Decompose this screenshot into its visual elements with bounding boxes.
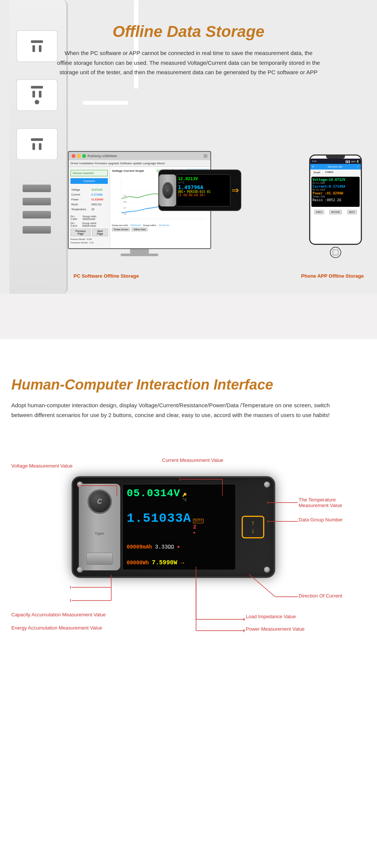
current-label: Current <box>71 193 90 197</box>
direction-indicator: ↑ ↓ <box>242 516 264 538</box>
offline-storage-section: Offline Data Storage When the PC softwar… <box>0 0 377 339</box>
svg-text:0.6: 0.6 <box>124 213 127 215</box>
group-number: 2 <box>193 524 204 530</box>
connect-button[interactable]: Connect <box>70 178 108 184</box>
phone-btn-prev[interactable]: PREV <box>314 210 324 214</box>
temp-row: Temperature 26 <box>71 207 107 211</box>
power-annotation-label: Power Measurement Value <box>246 626 305 632</box>
pc-storage-label: PC Software Offline Storage <box>74 273 139 279</box>
offline-scene-bg: Offline Data Storage When the PC softwar… <box>0 0 377 294</box>
prev-page-btn[interactable]: Previous Page <box>70 229 90 236</box>
outlet-3 <box>16 128 58 160</box>
power-value: 01.8296W <box>91 197 107 202</box>
next-page-btn[interactable]: Next Page <box>92 229 108 236</box>
arrow-icon-small: ⇒ <box>231 186 239 195</box>
usb-port-3 <box>23 211 51 219</box>
svg-text:0.8: 0.8 <box>124 201 127 203</box>
phone-tabs: Smart Collect <box>310 170 361 176</box>
voltage-label: Voltage <box>71 188 90 192</box>
page-buttons: Previous Page Next Page <box>70 229 108 236</box>
power-row: Power 01.8296W <box>71 197 107 202</box>
small-device: C 12.0213V ≈/°C 1.49796A DBC• PERIOD:01S… <box>158 170 241 211</box>
svg-text:0.7: 0.7 <box>124 207 127 209</box>
win-max <box>82 154 86 158</box>
type-c-text: C <box>97 498 102 506</box>
usb-port-4 <box>23 226 51 234</box>
phone-container: 9:41 ▌▌▌ WiFi 🔋 ≡ Service list ⋮ Smart C… <box>309 154 362 258</box>
device-status: Device inserted <box>70 170 108 176</box>
small-info-1: DBC• PERIOD:01S 01 <box>178 190 228 194</box>
phone-tab-collect[interactable]: Collect <box>323 170 335 174</box>
phone-power-sub: Temp:2ds <box>313 195 359 198</box>
energy-annotation-label: Energy Accumulation Measurement Value <box>11 625 102 631</box>
hci-description: Adopt human-computer interaction design,… <box>11 400 332 420</box>
phone-tab-smart[interactable]: Smart <box>311 170 323 174</box>
current-value: 0.17148A <box>91 193 107 197</box>
screw-bottom-right <box>264 567 270 573</box>
monitor-titlebar: RuiDeng USBMeter <box>69 152 210 160</box>
phone-menu-icon[interactable]: ≡ <box>312 165 314 168</box>
monitor-base <box>121 254 158 256</box>
capacity-annotation-label: Capacity Accumulation Measurement Value <box>11 612 106 617</box>
rotate-screen-btn[interactable]: Rotate Screen <box>112 228 130 231</box>
screen-amp-sup: DATA 2 ● <box>193 519 204 535</box>
screen-volt-value: 05.0314V <box>127 487 180 499</box>
key-symbol: 🔑 <box>182 493 187 497</box>
phone-btn-next[interactable]: NEXT <box>347 210 357 214</box>
phone-btn-rotate[interactable]: ROTATE <box>329 210 342 214</box>
section-divider <box>0 339 377 358</box>
current-annotation-label: Current Measurement Value <box>162 457 223 463</box>
dr2-group: Group mind: 0000h:0min <box>82 222 108 227</box>
offline-data-btn[interactable]: Offline Data <box>132 228 147 231</box>
hci-section: Human-Computer Interaction Interface Ado… <box>0 358 377 810</box>
win-resize <box>204 154 207 158</box>
phone-more-icon[interactable]: ⋮ <box>356 165 359 168</box>
phone-storage-label: Phone APP Offline Storage <box>301 273 364 279</box>
firmware-label: Firmware Version <box>70 241 88 244</box>
device-right-side: ↑ ↓ <box>238 484 268 570</box>
win-min <box>77 154 81 158</box>
usb-port-1 <box>23 185 51 192</box>
direction-arrows-container: ↑ ↓ <box>251 520 255 535</box>
device-diagram: C Type 05.0314V 🔑 °C 1.51033A <box>11 439 369 721</box>
small-volt-display: 12.0213V <box>178 176 228 181</box>
temp-value: 26 <box>91 207 107 211</box>
dr1-label: Dr= 1.69V <box>70 215 81 220</box>
big-device-screen: 05.0314V 🔑 °C 1.51033A DATA 2 ● <box>122 484 236 570</box>
phone-amp-sub: Dr=2.61V <box>313 188 359 191</box>
offline-description: When the PC software or APP cannot be co… <box>19 48 358 77</box>
resin-value: 0062.2Ω <box>91 202 107 206</box>
screen-volt-row: 05.0314V 🔑 °C <box>127 487 231 502</box>
dr-1: Dr= 1.69V Group mAh: 00000mAh <box>70 215 108 220</box>
toolbar-menu: Driver Installation Firmware upgrade Sof… <box>70 162 165 165</box>
screw-top-right <box>264 481 270 487</box>
data-group-annotation-label: Data Group Number <box>299 517 343 523</box>
screen-ohm-value: 3.33ΩΩ <box>155 544 174 550</box>
power-label: Power <box>71 197 90 202</box>
type-c-logo-small: C <box>162 182 173 199</box>
monitor-stand <box>130 249 149 254</box>
phone-home-button[interactable] <box>330 247 341 258</box>
dr-2: Dr= 2.61V Group mind: 0000h:0min <box>70 222 108 227</box>
screen-mah-value: 00009mAh <box>127 544 152 550</box>
temp-label: Temperature <box>71 207 90 211</box>
arrow-up: ↑ <box>251 520 255 527</box>
temperature-annotation-label: The TemperatureMeasurement Value <box>299 497 342 508</box>
screen-arrow: → <box>180 559 184 567</box>
arrow-down: ↓ <box>251 527 255 535</box>
chart-group-info: Group min mA1: 03900mAh Group mAh1: 2241… <box>112 224 208 226</box>
dr2-label: Dr= 2.61V <box>70 222 81 227</box>
small-amp-display: 1.49796A <box>178 184 228 190</box>
screw-bottom-left <box>77 567 83 573</box>
small-device-connector: C <box>159 174 176 206</box>
big-device: C Type 05.0314V 🔑 °C 1.51033A <box>72 476 275 578</box>
phone-signal: ▌▌▌ WiFi 🔋 <box>346 160 359 163</box>
info-row: Product Model TC66 Firmware Version 1.10 <box>70 238 108 244</box>
offline-title: Offline Data Storage <box>0 8 377 48</box>
resin-label: Resin <box>71 202 90 206</box>
chart-action-buttons: Rotate Screen Offline Data <box>112 228 208 231</box>
svg-text:0.9: 0.9 <box>124 195 127 197</box>
cable-right <box>83 101 128 105</box>
screen-amp-value: 1.51033A <box>127 511 191 526</box>
small-info-2: CE 00:00:00 00• <box>178 194 228 197</box>
